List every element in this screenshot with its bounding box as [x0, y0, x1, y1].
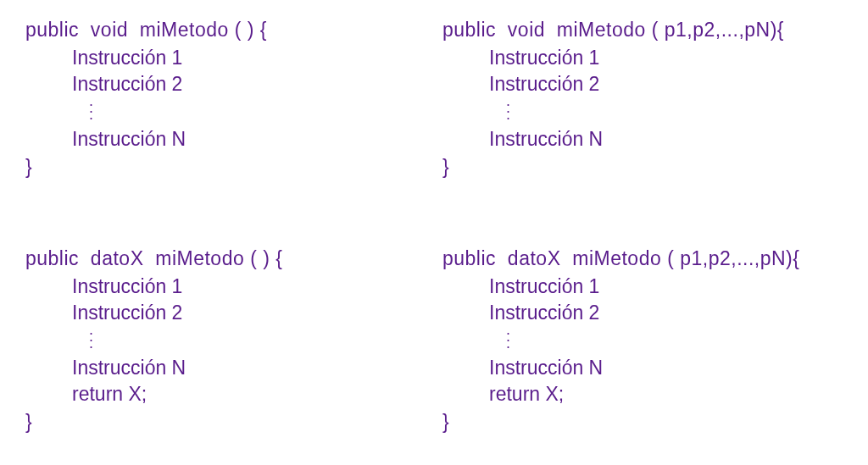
instruction-1: Instrucción 1 [72, 274, 426, 300]
code-block-return-noparams: public datoX miMetodo ( ) { Instrucción … [25, 246, 426, 449]
instruction-1: Instrucción 1 [489, 45, 843, 71]
method-body: Instrucción 1 Instrucción 2 ... Instrucc… [442, 43, 843, 152]
return-statement: return X; [489, 381, 843, 407]
vertical-dots-icon: ... [489, 97, 510, 118]
method-signature: public datoX miMetodo ( ) { [25, 246, 426, 272]
vertical-dots-icon: ... [72, 326, 93, 346]
close-brace: } [442, 152, 843, 180]
instruction-n: Instrucción N [72, 355, 426, 381]
vertical-dots-icon: ... [489, 326, 510, 346]
close-brace: } [25, 152, 426, 180]
instruction-2: Instrucción 2 [72, 71, 426, 97]
code-block-return-params: public datoX miMetodo ( p1,p2,...,pN){ I… [442, 246, 843, 449]
method-body: Instrucción 1 Instrucción 2 ... Instrucc… [25, 272, 426, 407]
code-block-void-params: public void miMetodo ( p1,p2,...,pN){ In… [442, 17, 843, 220]
vertical-dots-icon: ... [72, 97, 93, 118]
instruction-2: Instrucción 2 [489, 300, 843, 326]
instruction-n: Instrucción N [489, 355, 843, 381]
close-brace: } [25, 407, 426, 435]
instruction-n: Instrucción N [489, 126, 843, 152]
instruction-1: Instrucción 1 [489, 274, 843, 300]
method-body: Instrucción 1 Instrucción 2 ... Instrucc… [25, 43, 426, 152]
method-signature: public void miMetodo ( p1,p2,...,pN){ [442, 17, 843, 43]
close-brace: } [442, 407, 843, 435]
instruction-n: Instrucción N [72, 126, 426, 152]
method-signature: public datoX miMetodo ( p1,p2,...,pN){ [442, 246, 843, 272]
code-block-void-noparams: public void miMetodo ( ) { Instrucción 1… [25, 17, 426, 220]
instruction-2: Instrucción 2 [72, 300, 426, 326]
method-signature: public void miMetodo ( ) { [25, 17, 426, 43]
instruction-2: Instrucción 2 [489, 71, 843, 97]
return-statement: return X; [72, 381, 426, 407]
instruction-1: Instrucción 1 [72, 45, 426, 71]
method-body: Instrucción 1 Instrucción 2 ... Instrucc… [442, 272, 843, 407]
